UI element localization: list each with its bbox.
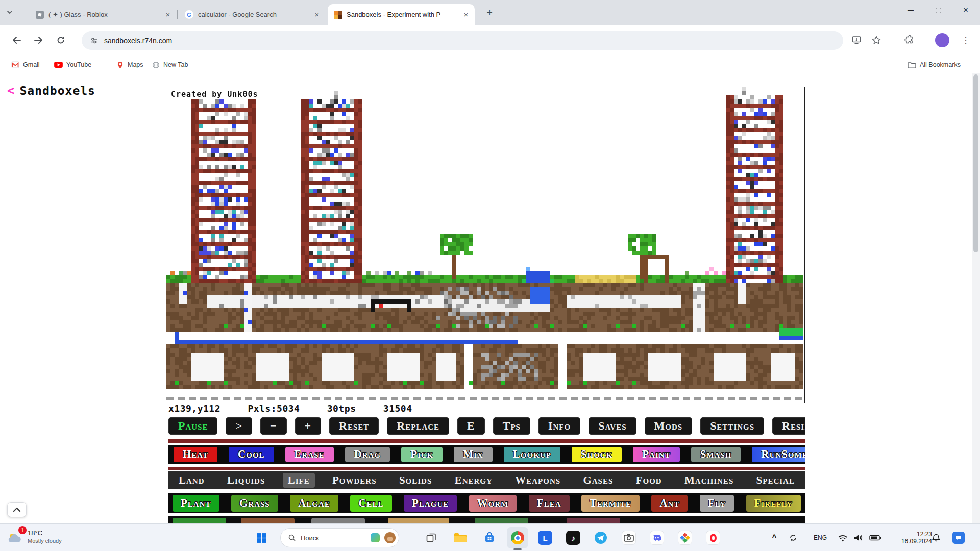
- language-indicator[interactable]: ENG: [811, 524, 830, 551]
- install-app-icon[interactable]: [848, 32, 865, 49]
- element-ant-button[interactable]: Ant: [651, 495, 688, 512]
- collapse-chevron-button[interactable]: [7, 502, 27, 517]
- category-life-tab[interactable]: Life: [283, 473, 315, 488]
- clipped-button[interactable]: [475, 518, 528, 523]
- settings-button[interactable]: Settings: [700, 417, 764, 435]
- notification-bell-icon[interactable]: [931, 533, 941, 543]
- tab-close-icon[interactable]: ×: [312, 10, 322, 19]
- file-explorer-icon[interactable]: [453, 531, 468, 545]
- category-gases-tab[interactable]: Gases: [578, 473, 618, 488]
- tool-paint-button[interactable]: Paint: [633, 447, 679, 462]
- taskbar-search-input[interactable]: Поиск: [280, 528, 399, 547]
- element-plague-button[interactable]: Plague: [404, 495, 457, 512]
- tool-erase-button[interactable]: Erase: [285, 447, 334, 462]
- category-machines-tab[interactable]: Machines: [679, 473, 739, 488]
- window-maximize-button[interactable]: [924, 0, 952, 20]
- tool-lookup-button[interactable]: Lookup: [504, 447, 560, 462]
- tiktok-icon[interactable]: ♪: [566, 531, 580, 545]
- element-worm-button[interactable]: Worm: [469, 495, 517, 512]
- task-view-icon[interactable]: [424, 531, 438, 545]
- kangaroo-icon[interactable]: [384, 532, 396, 543]
- tab-sandboxels-active[interactable]: Sandboxels - Experiment with P ×: [328, 4, 475, 25]
- pause-button[interactable]: Pause: [168, 417, 217, 435]
- tps-button[interactable]: Tps: [493, 417, 530, 435]
- bookmark-new-tab[interactable]: New Tab: [149, 59, 191, 71]
- category-liquids-tab[interactable]: Liquids: [222, 473, 270, 488]
- mods-button[interactable]: Mods: [645, 417, 693, 435]
- wifi-icon[interactable]: [837, 534, 848, 542]
- volume-icon[interactable]: [853, 534, 864, 542]
- chrome-icon[interactable]: [511, 531, 524, 544]
- reset-button[interactable]: Reset: [329, 417, 379, 435]
- e-shortcut-button[interactable]: E: [457, 417, 485, 435]
- clipped-button[interactable]: [311, 518, 365, 523]
- battery-icon[interactable]: [869, 535, 882, 541]
- window-close-button[interactable]: ×: [952, 0, 979, 20]
- search-highlight-icon[interactable]: [371, 533, 380, 542]
- bookmark-gmail[interactable]: Gmail: [8, 59, 43, 71]
- scrollbar-thumb[interactable]: [973, 74, 978, 252]
- category-special-tab[interactable]: Special: [751, 473, 800, 488]
- replace-button[interactable]: Replace: [387, 417, 449, 435]
- element-fly-button[interactable]: Fly: [700, 495, 734, 512]
- back-button[interactable]: [8, 32, 26, 49]
- tool-smash-button[interactable]: Smash: [691, 447, 741, 462]
- new-tab-button[interactable]: +: [483, 6, 496, 19]
- microsoft-store-icon[interactable]: [482, 531, 497, 545]
- bookmark-maps[interactable]: Maps: [113, 59, 146, 71]
- category-land-tab[interactable]: Land: [174, 473, 210, 488]
- telegram-icon[interactable]: [594, 531, 608, 545]
- clipped-button[interactable]: [241, 518, 295, 523]
- address-bar[interactable]: sandboxels.r74n.com: [82, 31, 843, 50]
- element-algae-button[interactable]: Algae: [290, 495, 338, 512]
- clock-widget[interactable]: 12:23 16.09.2024: [889, 531, 932, 545]
- tool-shock-button[interactable]: Shock: [572, 447, 622, 462]
- clipped-button[interactable]: [567, 518, 620, 523]
- back-arrow-icon[interactable]: <: [7, 84, 14, 98]
- extensions-icon[interactable]: [901, 32, 918, 49]
- element-plant-button[interactable]: Plant: [173, 495, 219, 512]
- tool-heat-button[interactable]: Heat: [174, 447, 217, 462]
- element-firefly-button[interactable]: Firefly: [746, 495, 801, 512]
- step-button[interactable]: >: [226, 417, 252, 435]
- category-energy-tab[interactable]: Energy: [450, 473, 498, 488]
- profile-avatar[interactable]: [935, 33, 949, 47]
- category-food-tab[interactable]: Food: [631, 473, 667, 488]
- clipped-button[interactable]: [173, 518, 226, 523]
- tab-close-icon[interactable]: ×: [461, 10, 471, 19]
- site-settings-icon[interactable]: [90, 37, 98, 45]
- sync-icon[interactable]: [788, 533, 798, 542]
- window-minimize-button[interactable]: —: [897, 0, 924, 20]
- game-canvas[interactable]: [166, 87, 804, 403]
- clipped-button[interactable]: [388, 518, 449, 523]
- category-solids-tab[interactable]: Solids: [394, 473, 437, 488]
- bookmark-youtube[interactable]: YouTube: [51, 59, 94, 71]
- tool-drag-button[interactable]: Drag: [345, 447, 390, 462]
- category-powders-tab[interactable]: Powders: [327, 473, 382, 488]
- opera-icon[interactable]: [706, 531, 720, 545]
- element-flea-button[interactable]: Flea: [529, 495, 570, 512]
- tab-search-chevron-icon[interactable]: [6, 9, 13, 16]
- tab-close-icon[interactable]: ×: [163, 10, 173, 19]
- discord-icon[interactable]: [650, 531, 664, 545]
- tray-chevron-up-icon[interactable]: ^: [769, 524, 779, 551]
- tool-runsomecode-button[interactable]: RunSomeCode: [752, 447, 805, 462]
- tool-pick-button[interactable]: Pick: [401, 447, 443, 462]
- element-cell-button[interactable]: Cell: [350, 495, 391, 512]
- bookmark-star-icon[interactable]: [868, 32, 885, 49]
- photos-icon[interactable]: [678, 531, 692, 545]
- element-termite-button[interactable]: Termite: [581, 495, 640, 512]
- tab-roblox[interactable]: ( ✦ ) Glass - Roblox ×: [30, 4, 177, 25]
- info-button[interactable]: Info: [538, 417, 580, 435]
- category-weapons-tab[interactable]: Weapons: [510, 473, 566, 488]
- brush-smaller-button[interactable]: −: [260, 417, 287, 435]
- resize-button[interactable]: Resize: [772, 417, 805, 435]
- browser-menu-icon[interactable]: ⋮: [957, 32, 974, 49]
- all-bookmarks-button[interactable]: All Bookmarks: [904, 59, 964, 71]
- reload-button[interactable]: [52, 32, 69, 49]
- tab-google-search[interactable]: G calculator - Google Search ×: [179, 4, 326, 25]
- l-app-icon[interactable]: L: [538, 531, 552, 545]
- weather-widget[interactable]: 1 18°C Mostly cloudy: [4, 524, 96, 551]
- element-grass-button[interactable]: Grass: [231, 495, 278, 512]
- forward-button[interactable]: [30, 32, 47, 49]
